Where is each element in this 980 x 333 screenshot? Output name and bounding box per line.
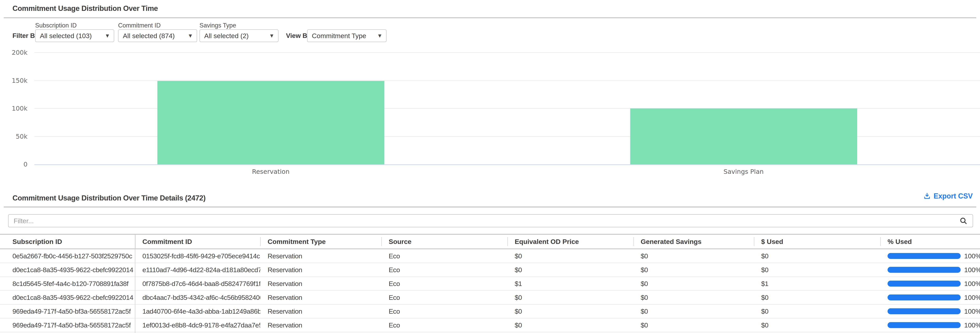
export-csv-button[interactable]: Export CSV [923,192,973,200]
x-axis-tick-label: Savings Plan [724,168,764,175]
y-axis-tick-label: 150k [0,76,27,84]
cell-commitment_type: Reservation [260,277,381,290]
view-by-group: Commitment Type ▼ [307,29,387,42]
y-axis-tick-label: 200k [0,49,27,56]
column-header-used_pct[interactable]: % Used [880,235,980,249]
usage-progress-bar [888,280,961,287]
cell-generated_savings: $0 [633,319,754,332]
table-header-row: Subscription IDCommitment IDCommitment T… [0,234,980,249]
dropdown-value: Commitment Type [307,32,366,40]
cell-subscription_id: 969eda49-717f-4a50-bf3a-56558172ac5f [0,319,135,332]
table-filter [8,214,973,227]
cell-source: Eco [381,277,508,290]
chevron-down-icon: ▼ [270,33,273,38]
cell-commitment_id: 0153025f-fcd8-45f6-9429-e705ece9414c [135,249,260,263]
column-header-generated_savings[interactable]: Generated Savings [633,235,754,249]
dropdown-value: All selected (103) [35,32,92,40]
savings-type-dropdown[interactable]: All selected (2) ▼ [199,29,278,42]
cell-used: $0 [754,291,880,304]
commitment-usage-page: Commitment Usage Distribution Over Time … [0,0,980,333]
cell-subscription_id: 8c1d5645-5fef-4a4c-b120-7708891fa38f [0,277,135,290]
bar-reservation[interactable] [158,81,384,164]
cell-source: Eco [381,304,508,318]
cell-equivalent_od_price: $0 [508,291,633,304]
usage-progress-bar [888,253,961,259]
table-row: 969eda49-717f-4a50-bf3a-56558172ac5f1ef0… [0,319,980,332]
cell-generated_savings: $0 [633,249,754,263]
cell-generated_savings: $0 [633,291,754,304]
table-body: 0e5a2667-fb0c-4456-b127-503f2529750c0153… [0,249,980,332]
export-csv-label: Export CSV [934,192,973,200]
cell-source: Eco [381,249,508,263]
column-header-subscription_id[interactable]: Subscription ID [0,235,135,249]
subscription-id-label: Subscription ID [35,22,114,29]
usage-percent-label: 100% [964,266,980,274]
table-row: d0ec1ca8-8a35-4935-9622-cbefc9922014dbc4… [0,291,980,304]
cell-used: $0 [754,263,880,277]
cell-used_pct: 100% [880,319,980,332]
cell-used: $0 [754,249,880,263]
usage-bar-chart: 050k100k150k200k ReservationSavings Plan [0,53,980,181]
cell-equivalent_od_price: $0 [508,263,633,277]
bar-savings-plan[interactable] [630,108,857,164]
commitment-id-filter-group: Commitment ID All selected (874) ▼ [118,22,197,42]
cell-commitment_id: 1ef0013d-e8b8-4dc9-9178-e4fa27daa7e5 [135,319,260,332]
cell-subscription_id: 0e5a2667-fb0c-4456-b127-503f2529750c [0,249,135,263]
commitment-id-dropdown[interactable]: All selected (874) ▼ [118,29,197,42]
cell-used: $1 [754,277,880,290]
table-filter-input[interactable] [8,214,973,227]
view-by-dropdown[interactable]: Commitment Type ▼ [307,29,387,42]
cell-generated_savings: $0 [633,304,754,318]
cell-commitment_type: Reservation [260,263,381,277]
cell-commitment_id: dbc4aac7-bd35-4342-af6c-4c56b9582400 [135,291,260,304]
details-divider [4,207,976,207]
chevron-down-icon: ▼ [378,33,381,38]
details-table: Subscription IDCommitment IDCommitment T… [0,234,980,333]
cell-subscription_id: 969eda49-717f-4a50-bf3a-56558172ac5f [0,304,135,318]
y-axis-tick-label: 0 [0,160,27,168]
cell-commitment_type: Reservation [260,291,381,304]
y-axis-tick-label: 50k [0,132,27,140]
usage-progress-bar [888,267,961,273]
table-row: 969eda49-717f-4a50-bf3a-56558172ac5f1ad4… [0,304,980,319]
title-divider [4,18,976,18]
chart-plot-area [34,53,980,165]
pinned-column-divider [135,234,135,333]
cell-commitment_type: Reservation [260,319,381,332]
cell-used_pct: 100% [880,291,980,304]
gridline [34,53,980,53]
subscription-id-filter-group: Subscription ID All selected (103) ▼ [35,22,114,42]
table-row: d0ec1ca8-8a35-4935-9622-cbefc9922014e111… [0,263,980,277]
commitment-id-label: Commitment ID [118,22,197,29]
column-header-commitment_type[interactable]: Commitment Type [260,235,381,249]
table-row: 8c1d5645-5fef-4a4c-b120-7708891fa38f0f78… [0,277,980,291]
y-axis-tick-label: 100k [0,105,27,112]
gridline [34,80,980,81]
cell-commitment_type: Reservation [260,304,381,318]
column-header-used[interactable]: $ Used [754,235,880,249]
usage-percent-label: 100% [964,252,980,260]
usage-percent-label: 100% [964,280,980,288]
cell-used_pct: 100% [880,263,980,277]
cell-equivalent_od_price: $1 [508,277,633,290]
cell-subscription_id: d0ec1ca8-8a35-4935-9622-cbefc9922014 [0,291,135,304]
cell-used: $0 [754,304,880,318]
cell-equivalent_od_price: $0 [508,319,633,332]
search-icon[interactable] [959,217,967,225]
subscription-id-dropdown[interactable]: All selected (103) ▼ [35,29,114,42]
cell-used: $0 [754,319,880,332]
dropdown-value: All selected (2) [200,32,249,40]
column-header-source[interactable]: Source [381,235,508,249]
details-title: Commitment Usage Distribution Over Time … [13,194,205,202]
cell-generated_savings: $0 [633,263,754,277]
column-header-equivalent_od_price[interactable]: Equivalent OD Price [508,235,633,249]
cell-used_pct: 100% [880,304,980,318]
column-header-commitment_id[interactable]: Commitment ID [135,235,260,249]
chevron-down-icon: ▼ [106,33,109,38]
usage-percent-label: 100% [964,321,980,329]
dropdown-value: All selected (874) [118,32,175,40]
savings-type-label: Savings Type [199,22,278,29]
cell-equivalent_od_price: $0 [508,249,633,263]
cell-commitment_id: 0f7875b8-d7c6-46d4-baa8-d58247769f1f [135,277,260,290]
savings-type-filter-group: Savings Type All selected (2) ▼ [199,22,278,42]
